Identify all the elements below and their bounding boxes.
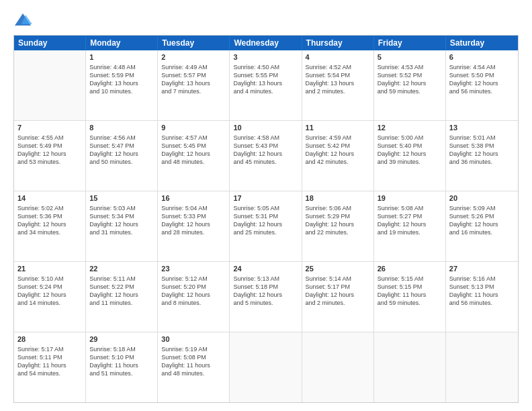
- calendar-body: 1Sunrise: 4:48 AM Sunset: 5:59 PM Daylig…: [14, 50, 518, 402]
- cal-header-sunday: Sunday: [14, 36, 86, 50]
- day-number: 23: [161, 264, 226, 274]
- day-number: 14: [17, 193, 82, 203]
- cell-info: Sunrise: 5:01 AM Sunset: 5:38 PM Dayligh…: [449, 134, 515, 167]
- cal-cell: 9Sunrise: 4:57 AM Sunset: 5:45 PM Daylig…: [158, 121, 230, 191]
- cell-info: Sunrise: 4:58 AM Sunset: 5:43 PM Dayligh…: [233, 134, 298, 167]
- cal-cell: 12Sunrise: 5:00 AM Sunset: 5:40 PM Dayli…: [374, 121, 446, 191]
- cell-info: Sunrise: 4:49 AM Sunset: 5:57 PM Dayligh…: [161, 63, 226, 96]
- cell-info: Sunrise: 4:52 AM Sunset: 5:54 PM Dayligh…: [306, 63, 370, 96]
- cal-cell: 29Sunrise: 5:18 AM Sunset: 5:10 PM Dayli…: [86, 332, 158, 402]
- cal-cell: 7Sunrise: 4:55 AM Sunset: 5:49 PM Daylig…: [14, 121, 86, 191]
- cell-info: Sunrise: 5:04 AM Sunset: 5:33 PM Dayligh…: [161, 204, 226, 237]
- cell-info: Sunrise: 5:17 AM Sunset: 5:11 PM Dayligh…: [17, 345, 82, 378]
- cal-cell: [230, 332, 302, 402]
- cell-info: Sunrise: 5:14 AM Sunset: 5:17 PM Dayligh…: [306, 275, 370, 308]
- day-number: 29: [89, 334, 154, 345]
- cell-info: Sunrise: 5:11 AM Sunset: 5:22 PM Dayligh…: [89, 275, 154, 308]
- cell-info: Sunrise: 4:59 AM Sunset: 5:42 PM Dayligh…: [306, 134, 370, 167]
- cell-info: Sunrise: 5:12 AM Sunset: 5:20 PM Dayligh…: [161, 275, 226, 308]
- day-number: 26: [378, 264, 442, 274]
- day-number: 20: [449, 193, 515, 203]
- day-number: 12: [378, 123, 442, 133]
- cell-info: Sunrise: 5:15 AM Sunset: 5:15 PM Dayligh…: [378, 275, 442, 308]
- cell-info: Sunrise: 4:54 AM Sunset: 5:50 PM Dayligh…: [449, 63, 515, 96]
- cal-header-wednesday: Wednesday: [230, 36, 302, 50]
- day-number: 7: [17, 123, 82, 133]
- cal-cell: 5Sunrise: 4:53 AM Sunset: 5:52 PM Daylig…: [374, 50, 446, 120]
- cal-cell: 22Sunrise: 5:11 AM Sunset: 5:22 PM Dayli…: [86, 262, 158, 332]
- cal-cell: 25Sunrise: 5:14 AM Sunset: 5:17 PM Dayli…: [302, 262, 374, 332]
- cal-cell: 2Sunrise: 4:49 AM Sunset: 5:57 PM Daylig…: [158, 50, 230, 120]
- cell-info: Sunrise: 5:00 AM Sunset: 5:40 PM Dayligh…: [378, 134, 442, 167]
- cal-cell: 24Sunrise: 5:13 AM Sunset: 5:18 PM Dayli…: [230, 262, 302, 332]
- day-number: 11: [306, 123, 370, 133]
- cal-header-monday: Monday: [86, 36, 158, 50]
- cal-cell: 13Sunrise: 5:01 AM Sunset: 5:38 PM Dayli…: [446, 121, 518, 191]
- cal-cell: [446, 332, 518, 402]
- day-number: 27: [449, 264, 515, 274]
- cell-info: Sunrise: 5:13 AM Sunset: 5:18 PM Dayligh…: [233, 275, 298, 308]
- day-number: 13: [449, 123, 515, 133]
- day-number: 1: [89, 52, 154, 62]
- cal-header-tuesday: Tuesday: [158, 36, 230, 50]
- day-number: 16: [161, 193, 226, 203]
- cal-cell: 11Sunrise: 4:59 AM Sunset: 5:42 PM Dayli…: [302, 121, 374, 191]
- cal-cell: 1Sunrise: 4:48 AM Sunset: 5:59 PM Daylig…: [86, 50, 158, 120]
- cell-info: Sunrise: 5:02 AM Sunset: 5:36 PM Dayligh…: [17, 204, 82, 237]
- day-number: 18: [306, 193, 370, 203]
- cal-header-saturday: Saturday: [446, 36, 518, 50]
- cal-cell: 20Sunrise: 5:09 AM Sunset: 5:26 PM Dayli…: [446, 191, 518, 261]
- cal-cell: 10Sunrise: 4:58 AM Sunset: 5:43 PM Dayli…: [230, 121, 302, 191]
- cell-info: Sunrise: 5:05 AM Sunset: 5:31 PM Dayligh…: [233, 204, 298, 237]
- cal-header-friday: Friday: [374, 36, 446, 50]
- logo-icon: [13, 11, 32, 30]
- cal-cell: 6Sunrise: 4:54 AM Sunset: 5:50 PM Daylig…: [446, 50, 518, 120]
- cal-week-4: 21Sunrise: 5:10 AM Sunset: 5:24 PM Dayli…: [14, 261, 518, 332]
- cal-cell: 26Sunrise: 5:15 AM Sunset: 5:15 PM Dayli…: [374, 262, 446, 332]
- cal-cell: 28Sunrise: 5:17 AM Sunset: 5:11 PM Dayli…: [14, 332, 86, 402]
- cell-info: Sunrise: 5:10 AM Sunset: 5:24 PM Dayligh…: [17, 275, 82, 308]
- day-number: 6: [449, 52, 515, 62]
- cal-cell: 18Sunrise: 5:06 AM Sunset: 5:29 PM Dayli…: [302, 191, 374, 261]
- cell-info: Sunrise: 4:53 AM Sunset: 5:52 PM Dayligh…: [378, 63, 442, 96]
- cell-info: Sunrise: 5:06 AM Sunset: 5:29 PM Dayligh…: [306, 204, 370, 237]
- day-number: 4: [306, 52, 370, 62]
- day-number: 21: [17, 264, 82, 274]
- cal-header-thursday: Thursday: [302, 36, 374, 50]
- cell-info: Sunrise: 5:16 AM Sunset: 5:13 PM Dayligh…: [449, 275, 515, 308]
- day-number: 2: [161, 52, 226, 62]
- day-number: 25: [306, 264, 370, 274]
- cal-cell: 16Sunrise: 5:04 AM Sunset: 5:33 PM Dayli…: [158, 191, 230, 261]
- cell-info: Sunrise: 4:50 AM Sunset: 5:55 PM Dayligh…: [233, 63, 298, 96]
- day-number: 22: [89, 264, 154, 274]
- day-number: 10: [233, 123, 298, 133]
- cal-cell: 19Sunrise: 5:08 AM Sunset: 5:27 PM Dayli…: [374, 191, 446, 261]
- day-number: 3: [233, 52, 298, 62]
- day-number: 17: [233, 193, 298, 203]
- cal-cell: [14, 50, 86, 120]
- cal-cell: [374, 332, 446, 402]
- cal-cell: 17Sunrise: 5:05 AM Sunset: 5:31 PM Dayli…: [230, 191, 302, 261]
- cell-info: Sunrise: 4:57 AM Sunset: 5:45 PM Dayligh…: [161, 134, 226, 167]
- calendar: SundayMondayTuesdayWednesdayThursdayFrid…: [13, 35, 519, 403]
- cal-cell: 14Sunrise: 5:02 AM Sunset: 5:36 PM Dayli…: [14, 191, 86, 261]
- day-number: 28: [17, 334, 82, 345]
- cell-info: Sunrise: 4:56 AM Sunset: 5:47 PM Dayligh…: [89, 134, 154, 167]
- day-number: 9: [161, 123, 226, 133]
- cal-week-1: 1Sunrise: 4:48 AM Sunset: 5:59 PM Daylig…: [14, 50, 518, 120]
- cell-info: Sunrise: 5:08 AM Sunset: 5:27 PM Dayligh…: [378, 204, 442, 237]
- day-number: 5: [378, 52, 442, 62]
- cal-cell: 30Sunrise: 5:19 AM Sunset: 5:08 PM Dayli…: [158, 332, 230, 402]
- cell-info: Sunrise: 5:09 AM Sunset: 5:26 PM Dayligh…: [449, 204, 515, 237]
- logo: [13, 11, 35, 30]
- day-number: 15: [89, 193, 154, 203]
- day-number: 8: [89, 123, 154, 133]
- day-number: 30: [161, 334, 226, 345]
- cal-week-3: 14Sunrise: 5:02 AM Sunset: 5:36 PM Dayli…: [14, 191, 518, 261]
- cell-info: Sunrise: 5:03 AM Sunset: 5:34 PM Dayligh…: [89, 204, 154, 237]
- cal-cell: 27Sunrise: 5:16 AM Sunset: 5:13 PM Dayli…: [446, 262, 518, 332]
- cell-info: Sunrise: 4:48 AM Sunset: 5:59 PM Dayligh…: [89, 63, 154, 96]
- cal-cell: [302, 332, 374, 402]
- cell-info: Sunrise: 5:19 AM Sunset: 5:08 PM Dayligh…: [161, 345, 226, 378]
- cell-info: Sunrise: 5:18 AM Sunset: 5:10 PM Dayligh…: [89, 345, 154, 378]
